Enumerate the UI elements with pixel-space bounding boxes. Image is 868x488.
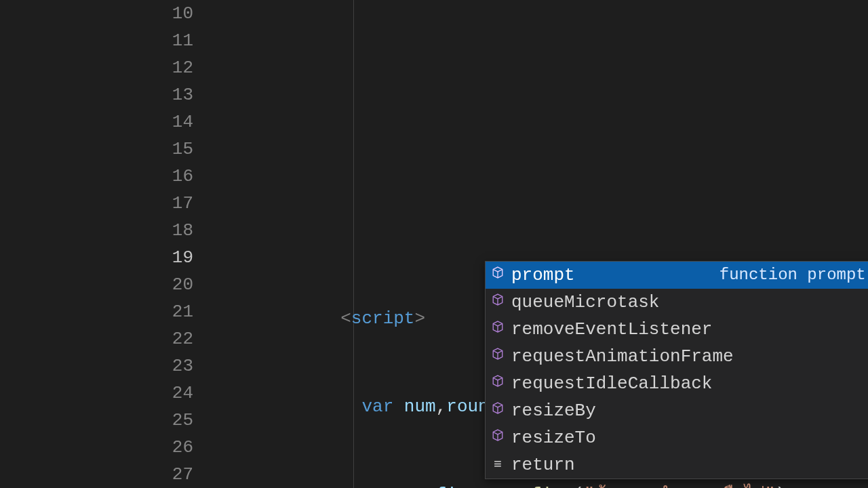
autocomplete-detail: function prompt(message?: st xyxy=(719,262,868,289)
autocomplete-label: requestAnimationFrame xyxy=(510,343,734,370)
line-number: 12 xyxy=(132,54,193,81)
line-number: 18 xyxy=(132,217,193,244)
autocomplete-item[interactable]: requestAnimationFrame xyxy=(486,343,868,370)
autocomplete-label: return xyxy=(510,451,575,479)
autocomplete-item[interactable]: removeEventListener xyxy=(486,316,868,343)
line-number: 16 xyxy=(132,163,193,190)
autocomplete-label: resizeBy xyxy=(510,397,596,424)
method-icon xyxy=(486,370,510,397)
line-number: 15 xyxy=(132,136,193,163)
autocomplete-item[interactable]: promptfunction prompt(message?: st xyxy=(486,262,868,289)
method-icon xyxy=(486,397,510,424)
keyword-icon: ≡ xyxy=(486,451,510,479)
autocomplete-item[interactable]: requestIdleCallback xyxy=(486,370,868,397)
autocomplete-label: queueMicrotask xyxy=(510,289,659,316)
code-editor[interactable]: 101112131415161718192021222324252627 <sc… xyxy=(132,0,868,488)
autocomplete-item[interactable]: ≡return xyxy=(486,451,868,479)
autocomplete-item[interactable]: resizeBy xyxy=(486,397,868,424)
line-number: 21 xyxy=(132,298,193,325)
line-number: 26 xyxy=(132,434,193,461)
autocomplete-item[interactable]: queueMicrotask xyxy=(486,289,868,316)
autocomplete-popup[interactable]: promptfunction prompt(message?: stqueueM… xyxy=(485,261,868,479)
editor-left-margin xyxy=(0,0,132,488)
method-icon xyxy=(486,424,510,451)
line-number: 19 xyxy=(132,244,193,271)
line-number-gutter: 101112131415161718192021222324252627 xyxy=(132,0,214,488)
line-number: 20 xyxy=(132,271,193,298)
line-number: 14 xyxy=(132,108,193,136)
line-number: 27 xyxy=(132,461,193,488)
line-number: 13 xyxy=(132,81,193,108)
line-number: 17 xyxy=(132,190,193,217)
autocomplete-item[interactable]: resizeTo xyxy=(486,424,868,451)
autocomplete-label: resizeTo xyxy=(510,424,596,451)
method-icon xyxy=(486,316,510,343)
method-icon xyxy=(486,343,510,370)
method-icon xyxy=(486,289,510,316)
autocomplete-label: removeEventListener xyxy=(510,316,712,343)
line-number: 23 xyxy=(132,352,193,380)
autocomplete-label: prompt xyxy=(510,262,575,289)
method-icon xyxy=(486,262,510,289)
code-line[interactable] xyxy=(214,81,868,108)
autocomplete-label: requestIdleCallback xyxy=(510,370,712,397)
code-line[interactable] xyxy=(214,217,868,244)
line-number: 22 xyxy=(132,325,193,352)
line-number: 11 xyxy=(132,27,193,54)
line-number: 24 xyxy=(132,380,193,407)
line-number: 10 xyxy=(132,0,193,27)
line-number: 25 xyxy=(132,407,193,434)
code-line[interactable]: var confirme=confirm("ต้องการคำนวนหรือไม… xyxy=(214,481,868,488)
code-line[interactable] xyxy=(214,149,868,176)
